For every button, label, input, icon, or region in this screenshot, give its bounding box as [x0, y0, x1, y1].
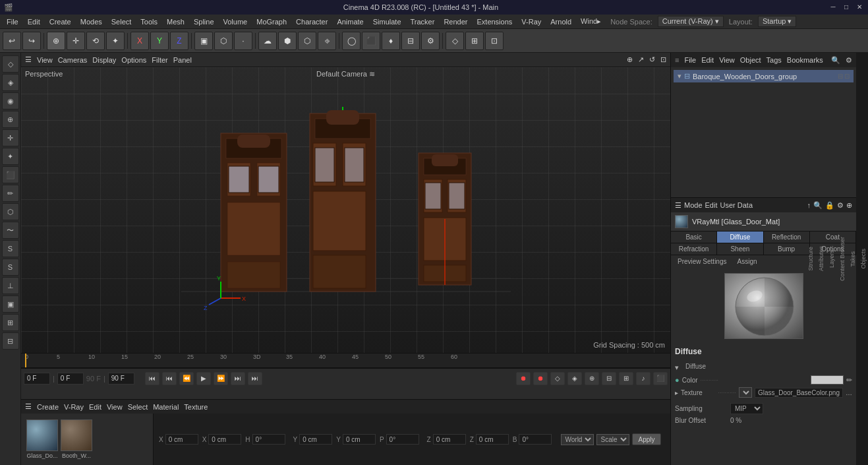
- motion-button[interactable]: ◈: [567, 372, 582, 385]
- attr-lock-icon[interactable]: 🔒: [825, 201, 834, 210]
- preview-settings-btn[interactable]: Preview Settings: [675, 257, 729, 266]
- menu-simulate[interactable]: Simulate: [369, 16, 405, 27]
- obj-menu-object[interactable]: Object: [740, 56, 761, 64]
- color-swatch[interactable]: [811, 375, 844, 385]
- menu-animate[interactable]: Animate: [333, 16, 367, 27]
- vtab-objects[interactable]: Objects: [859, 246, 868, 272]
- play-reverse-button[interactable]: ⏪: [179, 372, 194, 385]
- scale-select[interactable]: Scale: [596, 434, 629, 445]
- attr-edit[interactable]: Edit: [705, 201, 718, 209]
- attr-menu-icon[interactable]: ☰: [675, 201, 681, 210]
- ipr-record-button[interactable]: ⏺: [533, 372, 548, 385]
- menu-mograph[interactable]: MoGraph: [252, 16, 291, 27]
- sidebar-spline-button[interactable]: 〜: [2, 222, 19, 239]
- viewport-icon1[interactable]: ⊕: [627, 55, 633, 64]
- tab-sheen[interactable]: Sheen: [717, 243, 763, 255]
- viewport-options[interactable]: Options: [121, 56, 146, 64]
- key-add-button[interactable]: ⊕: [585, 372, 599, 385]
- tab-refraction[interactable]: Refraction: [671, 243, 717, 255]
- goto-start-button[interactable]: ⏮: [145, 372, 159, 385]
- texture-expand[interactable]: ▸: [675, 389, 678, 396]
- apply-button[interactable]: Apply: [632, 433, 660, 445]
- tag-button[interactable]: ⚙: [421, 32, 440, 50]
- attr-mode[interactable]: Mode: [684, 201, 703, 209]
- light-button[interactable]: ⬛: [362, 32, 380, 50]
- close-button[interactable]: ✕: [855, 3, 864, 12]
- rotate-button[interactable]: ⟲: [86, 32, 105, 50]
- viewport-display[interactable]: Display: [92, 56, 116, 64]
- select-button[interactable]: ⊕: [47, 32, 65, 50]
- menu-extensions[interactable]: Extensions: [473, 16, 516, 27]
- auto-key-button[interactable]: ⊞: [619, 372, 633, 385]
- current-frame-input[interactable]: [24, 373, 50, 385]
- vtab-attributes[interactable]: Attributes: [817, 243, 826, 274]
- sidebar-paint-button[interactable]: ◉: [2, 92, 19, 109]
- sidebar-magnet-button[interactable]: S: [2, 259, 19, 276]
- polygon-mode-button[interactable]: ⬡: [214, 32, 233, 50]
- axis-y-button[interactable]: Y: [150, 32, 169, 50]
- render-anim-button[interactable]: ⬛: [653, 372, 668, 385]
- mat-menu-icon[interactable]: ☰: [25, 402, 32, 411]
- assign-btn[interactable]: Assign: [734, 257, 759, 266]
- end-frame-input[interactable]: [108, 373, 134, 385]
- material-glass[interactable]: Glass_Do...: [26, 419, 58, 459]
- move-button[interactable]: ✛: [67, 32, 85, 50]
- color-radio[interactable]: ●: [675, 376, 680, 384]
- obj-menu-edit[interactable]: Edit: [701, 56, 714, 64]
- minimize-button[interactable]: ─: [828, 3, 838, 12]
- coord-b-input[interactable]: [519, 434, 552, 445]
- menu-edit[interactable]: Edit: [24, 16, 44, 27]
- play-forward-button[interactable]: ⏩: [214, 372, 228, 385]
- coord-z-input[interactable]: [433, 434, 466, 445]
- color-edit-icon[interactable]: ✏: [846, 376, 852, 385]
- object-mode-button[interactable]: ▣: [194, 32, 213, 50]
- step-back-button[interactable]: ⏮: [162, 372, 177, 385]
- mat-menu-edit[interactable]: Edit: [89, 403, 101, 411]
- coord-y-input[interactable]: [299, 434, 332, 445]
- viewport[interactable]: ☰ View Cameras Display Options Filter Pa…: [21, 53, 670, 353]
- axis-z-button[interactable]: Z: [170, 32, 188, 50]
- sidebar-texture-button[interactable]: ▣: [2, 295, 19, 313]
- sidebar-deform-button[interactable]: S: [2, 240, 19, 257]
- menu-spline[interactable]: Spline: [190, 16, 218, 27]
- menu-file[interactable]: File: [3, 16, 22, 27]
- menu-tools[interactable]: Tools: [136, 16, 161, 27]
- goto-end-button[interactable]: ⏭: [248, 372, 262, 385]
- sidebar-sculpt-button[interactable]: ◈: [2, 74, 19, 91]
- attr-userdata[interactable]: User Data: [720, 201, 753, 209]
- attr-add-icon[interactable]: ⊕: [846, 201, 852, 210]
- viewport-icon3[interactable]: ↺: [649, 55, 655, 64]
- coord-x2-input[interactable]: [208, 434, 241, 445]
- maximize-button[interactable]: □: [842, 3, 851, 12]
- viewport-icon2[interactable]: ↗: [638, 55, 644, 64]
- deformer-button[interactable]: ♦: [382, 32, 400, 50]
- menu-wind[interactable]: Wind▸: [577, 16, 605, 27]
- tab-basic[interactable]: Basic: [671, 232, 717, 243]
- mat-menu-select[interactable]: Select: [128, 403, 148, 411]
- sidebar-move2-button[interactable]: ✛: [2, 129, 19, 146]
- viewport-icon4[interactable]: ⊡: [660, 55, 666, 64]
- obj-search-icon[interactable]: 🔍: [831, 56, 840, 65]
- menu-tracker[interactable]: Tracker: [407, 16, 439, 27]
- sidebar-model-button[interactable]: ◇: [2, 55, 19, 73]
- render-view-button[interactable]: ☁: [258, 32, 277, 50]
- axis-x-button[interactable]: X: [130, 32, 149, 50]
- vtab-layers[interactable]: Layers: [827, 247, 836, 270]
- scale-button[interactable]: ✦: [106, 32, 125, 50]
- tab-bump[interactable]: Bump: [764, 243, 810, 255]
- sidebar-poly-button[interactable]: ⬡: [2, 203, 19, 220]
- sidebar-grid-button[interactable]: ⊞: [2, 314, 19, 331]
- viewport-canvas[interactable]: Perspective Default Camera ≋: [21, 67, 670, 353]
- vis-icon-2[interactable]: ⊡: [844, 73, 850, 80]
- diffuse-expand-icon[interactable]: ▾: [675, 363, 679, 372]
- keyframe-button[interactable]: ◇: [550, 372, 565, 385]
- menu-modes[interactable]: Modes: [76, 16, 106, 27]
- viewport-panel[interactable]: Panel: [173, 56, 192, 64]
- sidebar-select2-button[interactable]: ⊕: [2, 111, 19, 128]
- snap-button[interactable]: ⊡: [485, 32, 504, 50]
- sampling-select[interactable]: MIP None SAT: [730, 403, 763, 414]
- coord-h-input[interactable]: [252, 434, 285, 445]
- sidebar-pen-button[interactable]: ✏: [2, 185, 19, 202]
- texture-type-select[interactable]: ▾: [739, 387, 752, 398]
- world-select[interactable]: World: [561, 434, 594, 445]
